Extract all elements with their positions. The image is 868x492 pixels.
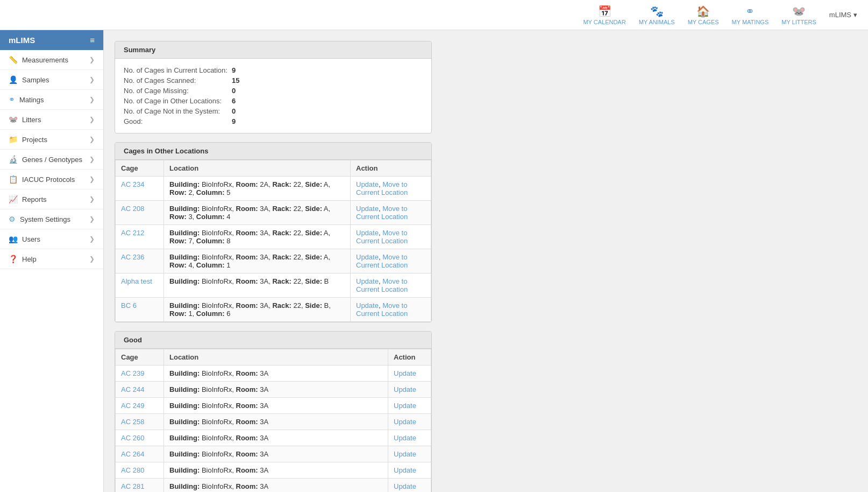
summary-row: No. of Cage Not in the System:0	[124, 106, 244, 116]
sidebar-item-reports-label: Reports	[22, 195, 47, 203]
cage-link[interactable]: AC 212	[121, 229, 144, 237]
cage-link[interactable]: AC 264	[121, 450, 144, 458]
action-link[interactable]: Update	[394, 402, 416, 410]
action-link[interactable]: Update	[394, 482, 416, 490]
sidebar-item-users[interactable]: 👥 Users ❯	[0, 229, 103, 249]
top-nav-items: 📅 MY CALENDAR 🐾 MY ANIMALS 🏠 MY CAGES ⚭ …	[583, 5, 857, 25]
action-cell: Update	[388, 430, 431, 446]
action-link[interactable]: Update	[394, 385, 416, 393]
action-link[interactable]: Update	[394, 466, 416, 474]
action-cell: Update	[388, 366, 431, 382]
sidebar-item-samples[interactable]: 👤 Samples ❯	[0, 70, 103, 90]
location-cell: Building: BioInfoRx, Room: 3A, Rack: 22,…	[164, 201, 351, 225]
summary-table: No. of Cages in Current Location:9No. of…	[124, 65, 244, 126]
table-row: AC 244 Building: BioInfoRx, Room: 3A Upd…	[116, 382, 431, 398]
cage-link[interactable]: AC 244	[121, 385, 144, 393]
litters-sidebar-icon: 🐭	[9, 115, 18, 124]
hamburger-icon[interactable]: ≡	[90, 36, 95, 45]
sidebar-item-help[interactable]: ❓ Help ❯	[0, 249, 103, 269]
cage-link[interactable]: Alpha test	[121, 277, 152, 285]
action-link[interactable]: Update	[356, 301, 379, 310]
sidebar-item-litters[interactable]: 🐭 Litters ❯	[0, 110, 103, 130]
cage-link[interactable]: AC 258	[121, 418, 144, 426]
sidebar-item-measurements[interactable]: 📏 Measurements ❯	[0, 50, 103, 70]
sidebar-header: mLIMS ≡	[0, 30, 103, 50]
action-link[interactable]: Update	[356, 277, 379, 285]
main-layout: mLIMS ≡ 📏 Measurements ❯ 👤 Samples ❯ ⚭ M…	[0, 30, 868, 492]
action-link[interactable]: Update	[356, 205, 379, 213]
action-link[interactable]: Update	[394, 369, 416, 377]
cage-cell: AC 280	[116, 462, 164, 479]
cage-link[interactable]: AC 239	[121, 369, 144, 377]
table-row: AC 280 Building: BioInfoRx, Room: 3A Upd…	[116, 462, 431, 479]
nav-my-matings-label: MY MATINGS	[732, 19, 769, 25]
chevron-icon: ❯	[89, 175, 95, 183]
summary-value: 9	[232, 116, 244, 126]
cage-cell: AC 264	[116, 446, 164, 462]
summary-label: No. of Cages in Current Location:	[124, 65, 232, 75]
location-cell: Building: BioInfoRx, Room: 3A	[164, 398, 388, 414]
sidebar-item-genes-genotypes[interactable]: 🔬 Genes / Genotypes ❯	[0, 150, 103, 170]
matings-sidebar-icon: ⚭	[9, 95, 15, 104]
summary-value: 15	[232, 75, 244, 86]
col-good-location-header: Location	[164, 349, 388, 366]
nav-my-animals[interactable]: 🐾 MY ANIMALS	[639, 5, 675, 25]
location-cell: Building: BioInfoRx, Room: 3A	[164, 382, 388, 398]
action-link[interactable]: Update	[394, 434, 416, 442]
cage-link[interactable]: AC 249	[121, 402, 144, 410]
summary-value: 0	[232, 86, 244, 96]
nav-my-calendar[interactable]: 📅 MY CALENDAR	[583, 5, 625, 25]
cage-link[interactable]: AC 208	[121, 205, 144, 213]
sidebar-item-projects[interactable]: 📁 Projects ❯	[0, 130, 103, 150]
sidebar-item-genes-label: Genes / Genotypes	[22, 156, 82, 164]
sidebar-item-iacuc[interactable]: 📋 IACUC Protocols ❯	[0, 170, 103, 189]
action-link[interactable]: Update	[356, 229, 379, 237]
action-cell: Update	[388, 398, 431, 414]
table-row: AC 264 Building: BioInfoRx, Room: 3A Upd…	[116, 446, 431, 462]
table-row: BC 6 Building: BioInfoRx, Room: 3A, Rack…	[116, 298, 431, 322]
summary-row: No. of Cage Missing:0	[124, 86, 244, 96]
summary-card-header: Summary	[115, 41, 431, 59]
sidebar-item-settings-label: System Settings	[20, 215, 70, 223]
sidebar-item-reports[interactable]: 📈 Reports ❯	[0, 189, 103, 209]
nav-my-matings[interactable]: ⚭ MY MATINGS	[732, 5, 769, 25]
cage-link[interactable]: AC 281	[121, 482, 144, 490]
content-area: Summary No. of Cages in Current Location…	[104, 30, 868, 492]
location-cell: Building: BioInfoRx, Room: 3A, Rack: 22,…	[164, 273, 351, 298]
chevron-icon: ❯	[89, 215, 95, 223]
location-cell: Building: BioInfoRx, Room: 3A	[164, 446, 388, 462]
cage-link[interactable]: BC 6	[121, 301, 137, 310]
cage-cell: AC 239	[116, 366, 164, 382]
sidebar-item-projects-label: Projects	[22, 136, 47, 144]
action-link[interactable]: Update	[356, 253, 379, 261]
summary-value: 6	[232, 96, 244, 106]
action-link[interactable]: Update	[356, 180, 379, 188]
litters-icon: 🐭	[792, 5, 806, 18]
sidebar-item-matings[interactable]: ⚭ Matings ❯	[0, 90, 103, 110]
nav-my-cages[interactable]: 🏠 MY CAGES	[688, 5, 719, 25]
cage-link[interactable]: AC 234	[121, 180, 144, 188]
action-link[interactable]: Update	[394, 418, 416, 426]
action-link[interactable]: Update	[394, 450, 416, 458]
chevron-icon: ❯	[89, 235, 95, 243]
cages-other-locations-body: Cage Location Action AC 234 Building: Bi…	[115, 160, 431, 322]
cage-cell: AC 212	[116, 225, 164, 249]
summary-value: 9	[232, 65, 244, 75]
cages-icon: 🏠	[696, 5, 710, 18]
cages-other-locations-card: Cages in Other Locations Cage Location A…	[115, 142, 432, 322]
nav-my-litters[interactable]: 🐭 MY LITTERS	[781, 5, 816, 25]
location-cell: Building: BioInfoRx, Room: 3A, Rack: 22,…	[164, 249, 351, 273]
user-menu[interactable]: mLIMS ▾	[829, 11, 857, 19]
location-cell: Building: BioInfoRx, Room: 3A	[164, 479, 388, 493]
user-chevron: ▾	[853, 11, 857, 19]
animals-icon: 🐾	[650, 5, 664, 18]
sidebar-item-system-settings[interactable]: ⚙ System Settings ❯	[0, 209, 103, 229]
action-cell: Update, Move to Current Location	[351, 249, 431, 273]
action-cell: Update	[388, 446, 431, 462]
cage-link[interactable]: AC 260	[121, 434, 144, 442]
summary-row: Good:9	[124, 116, 244, 126]
cage-link[interactable]: AC 236	[121, 253, 144, 261]
action-cell: Update	[388, 462, 431, 479]
cage-link[interactable]: AC 280	[121, 466, 144, 474]
table-row: AC 260 Building: BioInfoRx, Room: 3A Upd…	[116, 430, 431, 446]
